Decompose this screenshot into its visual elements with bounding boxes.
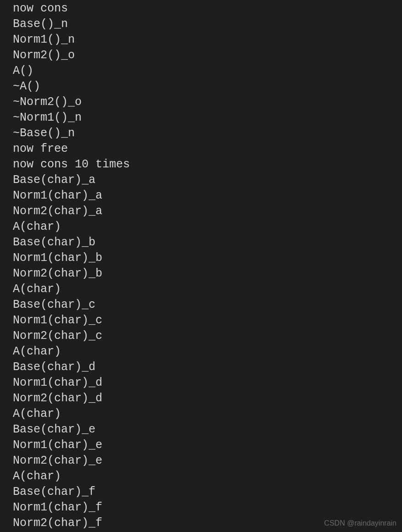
output-line: Norm1(char)_e	[13, 438, 402, 453]
output-line: A(char)	[13, 282, 402, 297]
output-line: A(char)	[13, 344, 402, 360]
output-line: Base()_n	[13, 17, 402, 32]
output-line: Norm2(char)_c	[13, 328, 402, 344]
output-line: now cons 10 times	[13, 157, 402, 172]
output-line: now cons	[13, 1, 402, 17]
output-line: Norm2(char)_b	[13, 266, 402, 282]
output-line: Norm1(char)_a	[13, 188, 402, 204]
watermark-text: CSDN @raindayinrain	[324, 518, 396, 528]
output-line: Norm1(char)_d	[13, 375, 402, 391]
output-line: Norm2(char)_d	[13, 391, 402, 406]
output-line: Norm1(char)_c	[13, 313, 402, 328]
output-line: Norm1(char)_f	[13, 500, 402, 515]
output-line: Base(char)_e	[13, 422, 402, 438]
output-line: Norm2(char)_e	[13, 453, 402, 469]
output-line: A(char)	[13, 469, 402, 484]
terminal-output: now cons Base()_n Norm1()_n Norm2()_o A(…	[0, 0, 402, 531]
output-line: ~Norm2()_o	[13, 94, 402, 110]
output-line: Base(char)_b	[13, 235, 402, 250]
output-line: Base(char)_f	[13, 484, 402, 500]
output-line: ~Base()_n	[13, 126, 402, 141]
output-line: A(char)	[13, 406, 402, 422]
output-line: now free	[13, 141, 402, 157]
output-line: A(char)	[13, 219, 402, 235]
output-line: Base(char)_a	[13, 172, 402, 188]
output-line: Norm1(char)_b	[13, 250, 402, 266]
output-line: Norm1()_n	[13, 32, 402, 48]
output-line: ~A()	[13, 79, 402, 94]
output-line: A()	[13, 63, 402, 79]
output-line: Base(char)_c	[13, 297, 402, 313]
output-line: Base(char)_d	[13, 360, 402, 375]
output-line: Norm2()_o	[13, 48, 402, 63]
output-line: Norm2(char)_a	[13, 204, 402, 219]
output-line: ~Norm1()_n	[13, 110, 402, 126]
